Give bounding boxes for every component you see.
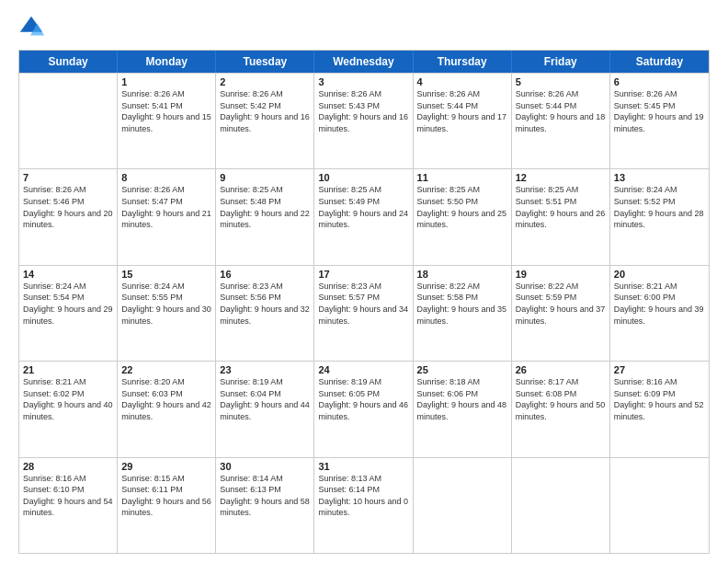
page-header [18,15,710,40]
header-cell-tuesday: Tuesday [216,51,314,73]
calendar-row-4: 28Sunrise: 8:16 AM Sunset: 6:10 PM Dayli… [19,457,709,553]
calendar-cell: 23Sunrise: 8:19 AM Sunset: 6:04 PM Dayli… [216,362,314,456]
day-detail: Sunrise: 8:16 AM Sunset: 6:10 PM Dayligh… [23,473,113,519]
day-detail: Sunrise: 8:25 AM Sunset: 5:50 PM Dayligh… [417,184,507,230]
day-number: 1 [121,76,211,87]
day-number: 22 [121,364,211,375]
day-detail: Sunrise: 8:22 AM Sunset: 5:58 PM Dayligh… [417,281,507,327]
day-detail: Sunrise: 8:25 AM Sunset: 5:49 PM Dayligh… [318,184,408,230]
calendar-cell: 10Sunrise: 8:25 AM Sunset: 5:49 PM Dayli… [314,169,413,264]
header-cell-saturday: Saturday [610,51,709,73]
day-number: 30 [220,461,310,472]
day-detail: Sunrise: 8:18 AM Sunset: 6:06 PM Dayligh… [417,376,507,422]
calendar-cell: 25Sunrise: 8:18 AM Sunset: 6:06 PM Dayli… [414,362,512,456]
day-number: 16 [220,269,310,280]
day-number: 18 [417,269,507,280]
day-detail: Sunrise: 8:19 AM Sunset: 6:04 PM Dayligh… [220,376,310,422]
calendar-cell: 2Sunrise: 8:26 AM Sunset: 5:42 PM Daylig… [216,74,314,168]
day-number: 29 [121,461,211,472]
day-number: 17 [318,269,408,280]
day-detail: Sunrise: 8:26 AM Sunset: 5:47 PM Dayligh… [121,184,211,230]
day-number: 13 [614,172,705,183]
day-number: 6 [614,76,705,87]
day-detail: Sunrise: 8:24 AM Sunset: 5:54 PM Dayligh… [23,281,113,327]
day-detail: Sunrise: 8:23 AM Sunset: 5:56 PM Dayligh… [220,281,310,327]
day-number: 8 [121,172,211,183]
day-number: 2 [220,76,310,87]
day-detail: Sunrise: 8:26 AM Sunset: 5:44 PM Dayligh… [417,88,507,134]
day-number: 7 [23,172,113,183]
day-number: 31 [318,461,408,472]
day-detail: Sunrise: 8:25 AM Sunset: 5:48 PM Dayligh… [220,184,310,230]
calendar-cell: 9Sunrise: 8:25 AM Sunset: 5:48 PM Daylig… [216,169,314,264]
day-detail: Sunrise: 8:13 AM Sunset: 6:14 PM Dayligh… [318,473,408,519]
day-detail: Sunrise: 8:22 AM Sunset: 5:59 PM Dayligh… [516,281,606,327]
calendar-cell: 4Sunrise: 8:26 AM Sunset: 5:44 PM Daylig… [414,74,512,168]
calendar-cell: 26Sunrise: 8:17 AM Sunset: 6:08 PM Dayli… [512,362,610,456]
day-number: 28 [23,461,113,472]
calendar-row-0: 1Sunrise: 8:26 AM Sunset: 5:41 PM Daylig… [19,73,709,168]
day-detail: Sunrise: 8:16 AM Sunset: 6:09 PM Dayligh… [614,376,705,422]
day-number: 23 [220,364,310,375]
calendar-cell: 14Sunrise: 8:24 AM Sunset: 5:54 PM Dayli… [19,266,118,361]
calendar-cell: 15Sunrise: 8:24 AM Sunset: 5:55 PM Dayli… [118,266,216,361]
logo [18,15,48,40]
calendar-cell [414,458,512,553]
calendar-header-row: SundayMondayTuesdayWednesdayThursdayFrid… [19,51,709,73]
day-detail: Sunrise: 8:26 AM Sunset: 5:45 PM Dayligh… [614,88,705,134]
calendar-cell: 6Sunrise: 8:26 AM Sunset: 5:45 PM Daylig… [610,74,709,168]
header-cell-wednesday: Wednesday [314,51,413,73]
calendar-cell: 13Sunrise: 8:24 AM Sunset: 5:52 PM Dayli… [610,169,709,264]
header-cell-sunday: Sunday [19,51,118,73]
day-detail: Sunrise: 8:19 AM Sunset: 6:05 PM Dayligh… [318,376,408,422]
calendar-body: 1Sunrise: 8:26 AM Sunset: 5:41 PM Daylig… [19,73,709,553]
day-number: 25 [417,364,507,375]
day-detail: Sunrise: 8:21 AM Sunset: 6:02 PM Dayligh… [23,376,113,422]
calendar-cell: 5Sunrise: 8:26 AM Sunset: 5:44 PM Daylig… [512,74,610,168]
day-detail: Sunrise: 8:26 AM Sunset: 5:41 PM Dayligh… [121,88,211,134]
calendar-row-1: 7Sunrise: 8:26 AM Sunset: 5:46 PM Daylig… [19,168,709,264]
day-number: 20 [614,269,705,280]
day-detail: Sunrise: 8:20 AM Sunset: 6:03 PM Dayligh… [121,376,211,422]
header-cell-friday: Friday [512,51,610,73]
calendar-cell: 29Sunrise: 8:15 AM Sunset: 6:11 PM Dayli… [118,458,216,553]
calendar-cell: 24Sunrise: 8:19 AM Sunset: 6:05 PM Dayli… [314,362,413,456]
calendar-cell: 19Sunrise: 8:22 AM Sunset: 5:59 PM Dayli… [512,266,610,361]
calendar-cell: 8Sunrise: 8:26 AM Sunset: 5:47 PM Daylig… [118,169,216,264]
calendar-cell [19,74,118,168]
day-number: 26 [516,364,606,375]
day-number: 4 [417,76,507,87]
day-detail: Sunrise: 8:26 AM Sunset: 5:43 PM Dayligh… [318,88,408,134]
calendar-cell: 22Sunrise: 8:20 AM Sunset: 6:03 PM Dayli… [118,362,216,456]
day-number: 21 [23,364,113,375]
day-number: 27 [614,364,705,375]
day-number: 12 [516,172,606,183]
calendar-cell: 31Sunrise: 8:13 AM Sunset: 6:14 PM Dayli… [314,458,413,553]
calendar-cell: 16Sunrise: 8:23 AM Sunset: 5:56 PM Dayli… [216,266,314,361]
day-number: 5 [516,76,606,87]
day-detail: Sunrise: 8:25 AM Sunset: 5:51 PM Dayligh… [516,184,606,230]
calendar-cell: 18Sunrise: 8:22 AM Sunset: 5:58 PM Dayli… [414,266,512,361]
day-number: 19 [516,269,606,280]
day-number: 24 [318,364,408,375]
calendar: SundayMondayTuesdayWednesdayThursdayFrid… [18,50,710,554]
day-number: 11 [417,172,507,183]
day-number: 3 [318,76,408,87]
day-number: 14 [23,269,113,280]
day-number: 10 [318,172,408,183]
day-detail: Sunrise: 8:26 AM Sunset: 5:44 PM Dayligh… [516,88,606,134]
day-number: 15 [121,269,211,280]
calendar-row-3: 21Sunrise: 8:21 AM Sunset: 6:02 PM Dayli… [19,361,709,456]
day-detail: Sunrise: 8:15 AM Sunset: 6:11 PM Dayligh… [121,473,211,519]
logo-icon [18,15,44,40]
calendar-cell: 20Sunrise: 8:21 AM Sunset: 6:00 PM Dayli… [610,266,709,361]
calendar-cell: 12Sunrise: 8:25 AM Sunset: 5:51 PM Dayli… [512,169,610,264]
day-detail: Sunrise: 8:14 AM Sunset: 6:13 PM Dayligh… [220,473,310,519]
header-cell-thursday: Thursday [414,51,512,73]
calendar-cell: 28Sunrise: 8:16 AM Sunset: 6:10 PM Dayli… [19,458,118,553]
calendar-cell: 3Sunrise: 8:26 AM Sunset: 5:43 PM Daylig… [314,74,413,168]
calendar-cell: 21Sunrise: 8:21 AM Sunset: 6:02 PM Dayli… [19,362,118,456]
day-number: 9 [220,172,310,183]
calendar-cell: 17Sunrise: 8:23 AM Sunset: 5:57 PM Dayli… [314,266,413,361]
calendar-cell: 30Sunrise: 8:14 AM Sunset: 6:13 PM Dayli… [216,458,314,553]
